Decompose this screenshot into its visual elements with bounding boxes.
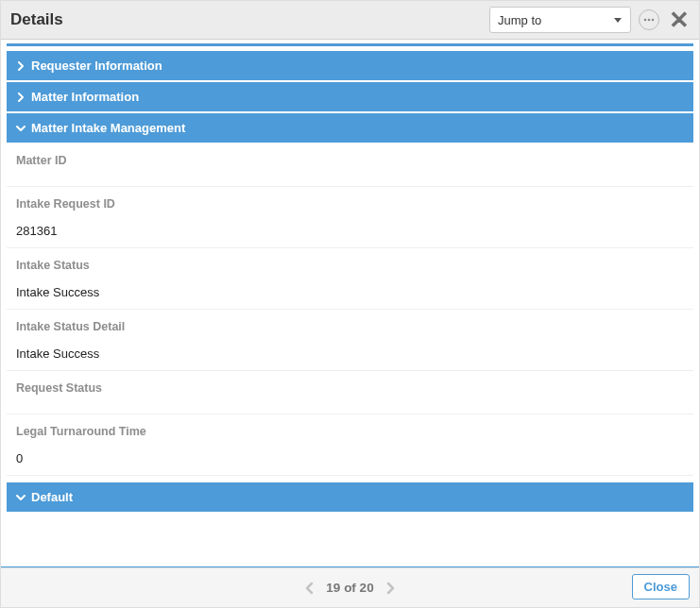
pager-text: 19 of 20	[326, 581, 373, 595]
field-label: Intake Status	[16, 259, 684, 272]
chevron-down-icon	[16, 124, 26, 133]
field-request-status: Request Status	[7, 371, 693, 414]
field-legal-turnaround-time: Legal Turnaround Time 0	[7, 414, 693, 476]
section-title: Matter Information	[31, 90, 139, 104]
more-options-button[interactable]	[639, 9, 659, 30]
field-intake-request-id: Intake Request ID 281361	[7, 187, 693, 248]
header-controls: Jump to ✕	[489, 7, 691, 33]
svg-point-2	[652, 19, 655, 22]
section-title: Matter Intake Management	[31, 121, 185, 135]
section-matter-intake-management[interactable]: Matter Intake Management	[7, 112, 693, 144]
pager: 19 of 20	[303, 576, 396, 600]
field-intake-status: Intake Status Intake Success	[7, 248, 693, 310]
field-matter-id: Matter ID	[7, 144, 693, 187]
svg-point-1	[648, 19, 651, 22]
close-icon[interactable]: ✕	[667, 8, 691, 32]
section-title: Default	[31, 490, 73, 504]
section-default[interactable]: Default	[7, 481, 693, 513]
section-matter-information[interactable]: Matter Information	[7, 81, 693, 112]
jump-to-select[interactable]: Jump to	[489, 7, 631, 33]
field-label: Intake Request ID	[16, 197, 684, 211]
details-header: Details Jump to ✕	[1, 1, 699, 40]
chevron-right-icon	[16, 61, 26, 71]
close-button[interactable]: Close	[632, 574, 690, 600]
section-requester-information[interactable]: Requester Information	[7, 50, 693, 81]
field-value: 281361	[16, 224, 684, 238]
ellipsis-icon	[643, 18, 655, 22]
prev-page-button[interactable]	[303, 576, 316, 600]
chevron-right-icon	[16, 93, 26, 102]
field-label: Intake Status Detail	[16, 320, 684, 333]
jump-to-wrap: Jump to	[489, 7, 631, 33]
field-value: Intake Success	[16, 285, 684, 299]
chevron-down-icon	[16, 493, 26, 502]
next-page-button[interactable]	[384, 576, 397, 600]
chevron-left-icon	[303, 582, 316, 595]
field-label: Legal Turnaround Time	[16, 425, 684, 438]
field-intake-status-detail: Intake Status Detail Intake Success	[7, 310, 693, 371]
chevron-right-icon	[384, 582, 397, 595]
svg-point-0	[644, 19, 647, 22]
section-title: Requester Information	[31, 59, 162, 73]
details-body-inner: Requester Information Matter Information…	[1, 43, 699, 518]
field-value: Intake Success	[16, 346, 684, 361]
field-label: Request Status	[16, 381, 684, 395]
divider	[7, 43, 693, 46]
field-value: 0	[16, 451, 684, 465]
details-footer: 19 of 20 Close	[1, 567, 699, 607]
field-label: Matter ID	[16, 154, 684, 167]
details-body[interactable]: Requester Information Matter Information…	[1, 40, 699, 567]
page-title: Details	[10, 10, 63, 29]
